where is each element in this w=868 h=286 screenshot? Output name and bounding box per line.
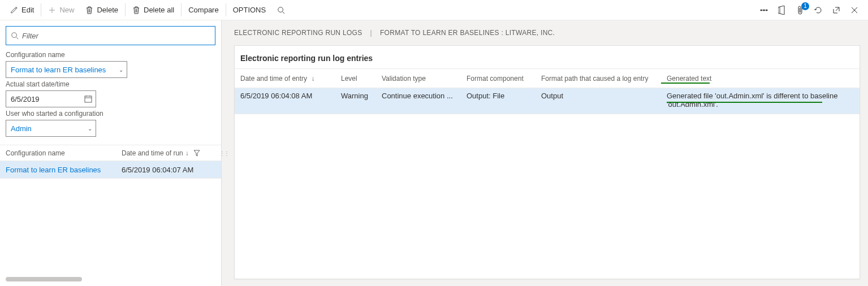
left-grid-row[interactable]: Format to learn ER baselines 6/5/2019 06…	[0, 161, 221, 179]
options-label: OPTIONS	[233, 6, 266, 14]
col-date-of-run[interactable]: Date and time of run ↓	[122, 149, 215, 157]
trash-icon	[132, 6, 140, 14]
user-select[interactable]: Admin ⌄	[6, 120, 96, 137]
filter-input[interactable]	[22, 32, 210, 40]
user-label: User who started a configuration	[6, 110, 215, 118]
user-value: Admin	[11, 124, 32, 133]
breadcrumb: ELECTRONIC REPORTING RUN LOGS | FORMAT T…	[222, 20, 868, 45]
chevron-down-icon: ⌄	[88, 125, 92, 132]
config-name-label: Configuration name	[6, 51, 215, 59]
cell-level: Warning	[335, 92, 376, 100]
calendar-icon	[84, 95, 92, 103]
separator	[41, 3, 41, 16]
cell-generated-text: Generated file 'out.Admin.xml' is differ…	[661, 92, 860, 109]
col-format-component[interactable]: Format component	[461, 75, 536, 83]
new-button[interactable]: New	[42, 0, 80, 20]
highlight-underline	[661, 83, 710, 84]
options-button[interactable]: OPTIONS	[227, 0, 272, 20]
grid-header: Date and time of entry ↓ Level Validatio…	[235, 69, 860, 88]
scrollbar[interactable]	[6, 277, 82, 281]
attach-icon[interactable]: 1	[796, 6, 805, 15]
body: Configuration name Format to learn ER ba…	[0, 20, 868, 286]
toolbar: Edit New Delete Delete all Compare	[0, 0, 868, 20]
cell-format-component: Output: File	[461, 92, 536, 100]
plus-icon	[48, 6, 56, 14]
col-config-name[interactable]: Configuration name	[6, 149, 122, 157]
filter-icon[interactable]	[193, 150, 200, 157]
cell-date: 6/5/2019 06:04:08 AM	[235, 92, 335, 100]
left-grid-header: Configuration name Date and time of run …	[0, 145, 221, 161]
delete-button[interactable]: Delete	[80, 0, 124, 20]
toolbar-right: 1	[759, 0, 868, 20]
edit-button[interactable]: Edit	[5, 0, 40, 20]
delete-all-button[interactable]: Delete all	[127, 0, 180, 20]
separator	[181, 3, 182, 16]
col-validation-type[interactable]: Validation type	[376, 75, 461, 83]
cell-validation-type: Continue execution ...	[376, 92, 461, 100]
breadcrumb-item[interactable]: FORMAT TO LEARN ER BASELINES : LITWARE, …	[380, 29, 555, 37]
row-config-name: Format to learn ER baselines	[6, 166, 122, 174]
badge: 1	[801, 2, 809, 10]
col-date[interactable]: Date and time of entry ↓	[235, 75, 335, 83]
arrow-down-icon: ↓	[311, 75, 314, 83]
log-card: Electronic reporting run log entries Dat…	[234, 45, 860, 279]
right-area: ⋮⋮ ELECTRONIC REPORTING RUN LOGS | FORMA…	[222, 20, 868, 286]
search-button[interactable]	[271, 0, 291, 20]
drag-handle-icon[interactable]: ⋮⋮	[219, 150, 228, 157]
popout-icon[interactable]	[832, 6, 841, 15]
refresh-icon[interactable]	[814, 6, 823, 15]
arrow-down-icon: ↓	[185, 149, 189, 157]
breadcrumb-item[interactable]: ELECTRONIC REPORTING RUN LOGS	[234, 29, 362, 37]
separator	[226, 3, 226, 16]
highlight-underline	[667, 102, 822, 103]
table-row[interactable]: 6/5/2019 06:04:08 AM Warning Continue ex…	[235, 88, 860, 114]
svg-point-0	[278, 7, 283, 12]
col-format-path[interactable]: Format path that caused a log entry	[536, 75, 661, 83]
start-date-label: Actual start date/time	[6, 80, 215, 88]
edit-icon	[10, 6, 18, 14]
col-level[interactable]: Level	[335, 75, 376, 83]
card-title: Electronic reporting run log entries	[235, 46, 860, 68]
start-date-input[interactable]: 6/5/2019	[6, 90, 96, 107]
svg-rect-5	[85, 96, 92, 102]
breadcrumb-separator: |	[370, 29, 372, 37]
compare-label: Compare	[188, 6, 218, 14]
svg-point-4	[12, 33, 17, 38]
filter-box[interactable]	[6, 26, 215, 45]
search-icon	[277, 6, 285, 14]
close-icon[interactable]	[850, 6, 859, 15]
start-date-value: 6/5/2019	[11, 95, 40, 103]
main-grid: Date and time of entry ↓ Level Validatio…	[235, 68, 860, 279]
connector-icon[interactable]	[759, 6, 768, 15]
compare-button[interactable]: Compare	[183, 0, 224, 20]
delete-label: Delete	[97, 6, 118, 14]
new-label: New	[59, 6, 74, 14]
delete-all-label: Delete all	[144, 6, 174, 14]
edit-label: Edit	[21, 6, 34, 14]
trash-icon	[85, 6, 93, 14]
toolbar-left: Edit New Delete Delete all Compare	[5, 0, 291, 20]
config-name-select[interactable]: Format to learn ER baselines ⌄	[6, 61, 127, 78]
search-icon	[11, 32, 19, 40]
row-date: 6/5/2019 06:04:07 AM	[122, 166, 215, 174]
cell-format-path: Output	[536, 92, 661, 100]
col-generated-text[interactable]: Generated text	[661, 75, 860, 83]
separator	[125, 3, 126, 16]
chevron-down-icon: ⌄	[119, 67, 123, 73]
office-icon[interactable]	[778, 6, 787, 15]
left-panel: Configuration name Format to learn ER ba…	[0, 20, 222, 286]
config-name-value: Format to learn ER baselines	[11, 66, 106, 74]
